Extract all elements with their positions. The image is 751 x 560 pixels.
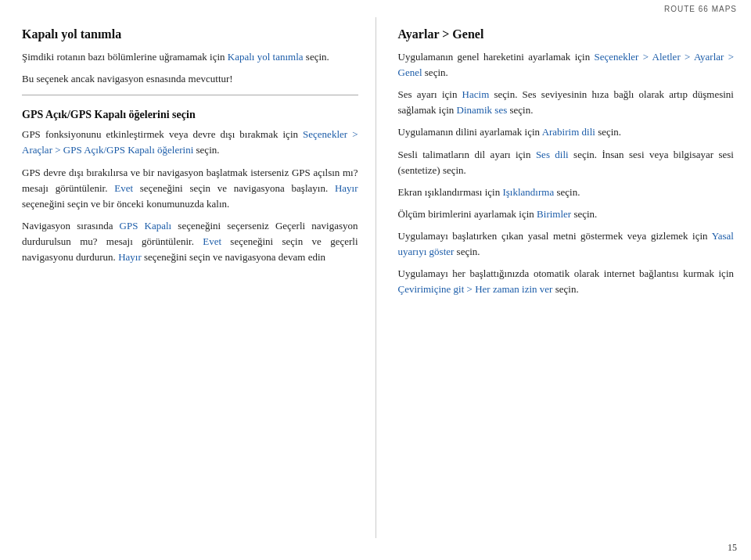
right-column: Ayarlar > Genel Uygulamanın genel hareke… bbox=[376, 17, 752, 538]
page-number: 15 bbox=[728, 542, 737, 554]
content-area: Kapalı yol tanımla Şimdiki rotanın bazı … bbox=[0, 17, 751, 538]
left-para5-suffix: seçeneğini seçin ve navigasyona devam ed… bbox=[142, 251, 325, 263]
left-para-3: GPS fonksiyonunu etkinleştirmek veya dev… bbox=[22, 127, 358, 158]
right-para1-suffix: seçin. bbox=[422, 66, 448, 78]
right-para8-link[interactable]: Çevirimiçine git > Her zaman izin ver bbox=[398, 283, 553, 295]
left-para1-suffix: seçin. bbox=[304, 51, 329, 63]
right-para2-link2[interactable]: Dinamik ses bbox=[457, 104, 508, 116]
right-para-6: Ölçüm birimlerini ayarlamak için Birimle… bbox=[398, 206, 735, 222]
left-para3-suffix: seçin. bbox=[193, 144, 219, 156]
right-para7-suffix: seçin. bbox=[454, 246, 480, 257]
left-subtitle-1: GPS Açık/GPS Kapalı öğelerini seçin bbox=[22, 108, 358, 122]
left-para1-link[interactable]: Kapalı yol tanımla bbox=[228, 51, 304, 63]
left-divider bbox=[22, 95, 358, 95]
right-para5-prefix: Ekran ışıklandırması için bbox=[398, 186, 503, 198]
right-para-4: Sesli talimatların dil ayarı için Ses di… bbox=[398, 147, 735, 178]
left-para3-prefix: GPS fonksiyonunu etkinleştirmek veya dev… bbox=[22, 128, 303, 140]
right-para3-link[interactable]: Arabirim dili bbox=[542, 126, 595, 138]
left-para4-mid: seçeneğini seçin ve navigasyona başlayın… bbox=[133, 182, 335, 194]
left-para-4: GPS devre dışı bırakılırsa ve bir naviga… bbox=[22, 165, 358, 212]
left-para4-link1[interactable]: Evet bbox=[114, 182, 133, 194]
left-para5-link2[interactable]: Evet bbox=[203, 235, 221, 247]
right-para-8: Uygulamayı her başlattığınızda otomatik … bbox=[398, 266, 735, 297]
right-para6-prefix: Ölçüm birimlerini ayarlamak için bbox=[398, 208, 537, 220]
right-para5-link[interactable]: Işıklandırma bbox=[502, 186, 554, 198]
right-para6-suffix: seçin. bbox=[571, 208, 597, 220]
right-section-title: Ayarlar > Genel bbox=[398, 27, 735, 43]
right-para4-link[interactable]: Ses dili bbox=[536, 149, 569, 160]
right-para3-suffix: seçin. bbox=[595, 126, 621, 138]
right-para3-prefix: Uygulamanın dilini ayarlamak için bbox=[398, 126, 542, 138]
right-para7-prefix: Uygulamayı başlatırken çıkan yasal metni… bbox=[398, 230, 712, 242]
right-para-1: Uygulamanın genel hareketini ayarlamak i… bbox=[398, 49, 735, 81]
left-para1-prefix: Şimdiki rotanın bazı bölümlerine uğramam… bbox=[22, 51, 228, 63]
right-para2-prefix: Ses ayarı için bbox=[398, 88, 462, 100]
left-para4-suffix: seçeneğini seçin ve bir önceki konumunuz… bbox=[22, 198, 229, 210]
left-para5-prefix: Navigasyon sırasında bbox=[22, 220, 120, 232]
left-para5-link1[interactable]: GPS Kapalı bbox=[120, 220, 172, 232]
right-para2-suffix: seçin. bbox=[507, 104, 533, 116]
right-para8-prefix: Uygulamayı her başlattığınızda otomatik … bbox=[398, 267, 735, 279]
left-para5-link3[interactable]: Hayır bbox=[118, 251, 142, 263]
right-para5-suffix: seçin. bbox=[554, 186, 580, 198]
left-para-2: Bu seçenek ancak navigasyon esnasında me… bbox=[22, 71, 358, 87]
left-para4-link2[interactable]: Hayır bbox=[335, 182, 358, 194]
left-column: Kapalı yol tanımla Şimdiki rotanın bazı … bbox=[0, 17, 376, 538]
right-para1-prefix: Uygulamanın genel hareketini ayarlamak i… bbox=[398, 51, 595, 63]
right-para-2: Ses ayarı için Hacim seçin. Ses seviyesi… bbox=[398, 87, 735, 118]
left-section-title: Kapalı yol tanımla bbox=[22, 27, 358, 43]
page-header-brand: ROUTE 66 MAPS bbox=[0, 0, 751, 13]
right-para-5: Ekran ışıklandırması için Işıklandırma s… bbox=[398, 185, 735, 200]
right-para6-link[interactable]: Birimler bbox=[537, 208, 571, 220]
right-para4-prefix: Sesli talimatların dil ayarı için bbox=[398, 149, 536, 160]
right-para-3: Uygulamanın dilini ayarlamak için Arabir… bbox=[398, 124, 735, 140]
right-para8-suffix: seçin. bbox=[552, 283, 578, 295]
right-para-7: Uygulamayı başlatırken çıkan yasal metni… bbox=[398, 228, 735, 260]
left-para-5: Navigasyon sırasında GPS Kapalı seçeneği… bbox=[22, 218, 358, 265]
right-para2-link1[interactable]: Hacim bbox=[462, 88, 490, 100]
left-para-1: Şimdiki rotanın bazı bölümlerine uğramam… bbox=[22, 49, 358, 65]
